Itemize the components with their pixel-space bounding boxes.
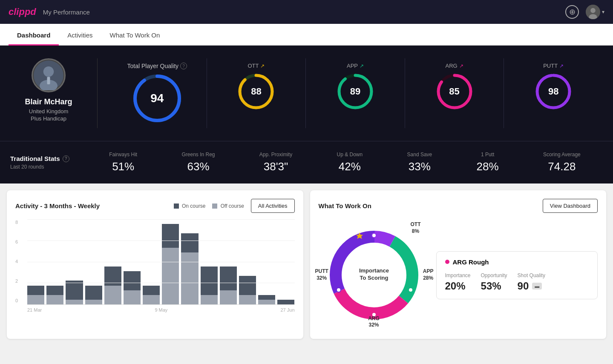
- bar-group: [201, 267, 218, 304]
- bar-top: [46, 295, 63, 304]
- stat-importance: Importance 20%: [445, 272, 471, 292]
- stat-items: Fairways Hit 51% Greens In Reg 63% App. …: [87, 152, 603, 173]
- trad-stats-label: Traditional Stats ? Last 20 rounds: [10, 155, 87, 170]
- add-button[interactable]: ⊕: [565, 5, 579, 19]
- app-label: APP: [347, 63, 358, 69]
- total-circle: 94: [132, 73, 183, 124]
- score-app: APP ↗ 89: [306, 58, 405, 128]
- y-label-2: 2: [15, 278, 18, 284]
- svg-point-4: [43, 66, 54, 77]
- svg-point-25: [409, 288, 413, 292]
- svg-text:To Scoring: To Scoring: [360, 275, 388, 281]
- what-to-work-on-panel: What To Work On View Dashboard: [310, 190, 607, 339]
- bar-group: [143, 286, 160, 304]
- stat-proximity: App. Proximity 38'3": [259, 152, 292, 173]
- bottom-panels: Activity - 3 Months - Weekly On course O…: [0, 183, 613, 346]
- putt-label: PUTT: [543, 63, 558, 69]
- all-activities-button[interactable]: All Activities: [251, 199, 295, 213]
- score-total: Total Player Quality ? 94: [108, 58, 207, 128]
- score-putt: PUTT ↗ 98: [504, 58, 603, 128]
- tab-activities[interactable]: Activities: [59, 24, 101, 45]
- stat-sand-save: Sand Save 33%: [407, 152, 432, 173]
- app-circle: 89: [336, 72, 374, 111]
- bar-group: [162, 224, 179, 304]
- bar-bottom: [46, 286, 63, 295]
- header-right: ⊕ ▾: [565, 5, 604, 19]
- putt-value: 98: [548, 86, 558, 97]
- ott-value: 88: [251, 86, 261, 97]
- header-left: clippd My Performance: [9, 6, 90, 17]
- bar-bottom: [85, 286, 102, 300]
- bars-container: [27, 220, 295, 305]
- bar-group: [104, 267, 121, 304]
- activity-chart-panel: Activity - 3 Months - Weekly On course O…: [7, 190, 303, 339]
- bar-top: [239, 295, 256, 304]
- bar-group: [277, 300, 294, 304]
- bar-top: [66, 300, 83, 304]
- avatar-wrap[interactable]: ▾: [586, 5, 604, 19]
- bar-top: [220, 290, 237, 304]
- stat-up-and-down: Up & Down 42%: [337, 152, 363, 173]
- y-label-8: 8: [15, 220, 18, 225]
- bar-chart: 0 2 4 6 8 21 Mar 9 May 27 Jun: [15, 220, 295, 312]
- bar-top: [27, 295, 44, 304]
- bar-top: [104, 286, 121, 304]
- tab-dashboard[interactable]: Dashboard: [9, 24, 59, 45]
- view-dashboard-button[interactable]: View Dashboard: [543, 199, 598, 213]
- info-card-stats: Importance 20% Opportunity 53% Shot Qual…: [445, 272, 589, 292]
- putt-arrow-icon: ↗: [559, 63, 564, 69]
- stat-gir: Greens In Reg 63%: [181, 152, 215, 173]
- bar-top: [201, 295, 218, 304]
- arg-segment-label: ARG32%: [368, 315, 380, 329]
- tab-what-to-work-on[interactable]: What To Work On: [101, 24, 169, 45]
- svg-text:Importance: Importance: [359, 267, 389, 274]
- bar-top: [124, 290, 141, 304]
- chart-legend: On course Off course: [174, 203, 244, 209]
- bar-group: [258, 295, 275, 304]
- wtwo-title: What To Work On: [319, 202, 371, 209]
- hero-section: Blair McHarg United Kingdom Plus Handica…: [0, 46, 613, 141]
- bar-top: [181, 252, 198, 304]
- bar-bottom: [239, 276, 256, 295]
- logo: clippd: [9, 6, 36, 17]
- info-icon[interactable]: ?: [180, 63, 187, 69]
- scores-wrap: Total Player Quality ? 94 OTT ↗: [108, 58, 603, 128]
- app-segment-label: APP28%: [423, 268, 434, 281]
- score-ott: OTT ↗ 88: [207, 58, 306, 128]
- stat-fairways: Fairways Hit 51%: [109, 152, 137, 173]
- trad-stats-sub: Last 20 rounds: [10, 164, 87, 170]
- off-course-legend-icon: [212, 203, 217, 209]
- bar-bottom: [104, 267, 121, 285]
- on-course-legend-icon: [174, 203, 179, 209]
- wtwo-header: What To Work On View Dashboard: [319, 199, 598, 213]
- avatar-chevron-icon: ▾: [602, 9, 604, 15]
- bar-top: [143, 295, 160, 304]
- bar-bottom: [181, 233, 198, 252]
- svg-point-27: [337, 288, 341, 292]
- bar-group: [46, 286, 63, 304]
- bar-bottom: [220, 267, 237, 290]
- nav-tabs: Dashboard Activities What To Work On: [0, 24, 613, 46]
- trad-info-icon[interactable]: ?: [63, 155, 69, 162]
- chart-header: Activity - 3 Months - Weekly On course O…: [15, 199, 295, 213]
- total-quality-label: Total Player Quality ?: [127, 63, 187, 69]
- header: clippd My Performance ⊕ ▾: [0, 0, 613, 24]
- bar-bottom: [66, 281, 83, 299]
- header-title: My Performance: [43, 9, 90, 16]
- avatar: [586, 5, 600, 19]
- bar-group: [181, 233, 198, 304]
- ott-arrow-icon: ↗: [260, 63, 265, 69]
- ott-circle: 88: [237, 72, 275, 111]
- donut-chart: Importance To Scoring OTT8% APP28%: [319, 220, 429, 330]
- off-course-legend-label: Off course: [221, 203, 244, 209]
- player-name: Blair McHarg: [25, 97, 72, 106]
- bar-bottom: [143, 286, 160, 295]
- bar-group: [239, 276, 256, 304]
- bar-top: [85, 300, 102, 304]
- ott-segment-label: OTT8%: [411, 221, 421, 235]
- app-arrow-icon: ↗: [360, 63, 364, 69]
- bar-bottom: [201, 267, 218, 295]
- trad-stats-title: Traditional Stats ?: [10, 155, 87, 162]
- bar-group: [85, 286, 102, 304]
- bar-group: [220, 267, 237, 304]
